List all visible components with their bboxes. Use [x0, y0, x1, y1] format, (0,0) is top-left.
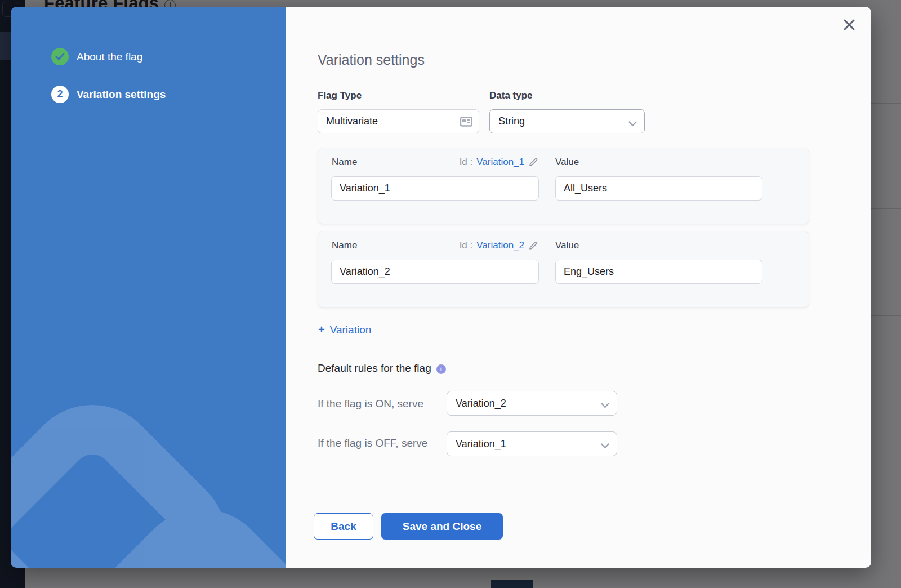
save-and-close-button[interactable]: Save and Close — [381, 513, 503, 540]
variation-name-field — [331, 260, 539, 284]
flag-on-select[interactable]: Variation_2 — [447, 391, 617, 416]
back-button[interactable]: Back — [314, 513, 373, 540]
check-icon — [51, 48, 69, 65]
edit-icon[interactable] — [528, 240, 538, 251]
flag-off-value: Variation_1 — [447, 438, 506, 450]
id-prefix: Id : — [460, 157, 473, 168]
info-icon[interactable]: i — [436, 364, 446, 374]
default-rules-text: Default rules for the flag — [318, 362, 431, 375]
step-variation-settings[interactable]: 2 Variation settings — [51, 86, 166, 103]
variation-settings-panel: Variation settings Flag Type Data type S… — [286, 7, 871, 568]
wizard-stepper-panel: About the flag 2 Variation settings — [11, 7, 286, 568]
chevron-down-icon — [601, 400, 609, 411]
step-number-badge: 2 — [51, 86, 69, 103]
flag-type-input[interactable] — [318, 115, 479, 127]
add-variation-button[interactable]: + Variation — [318, 323, 371, 336]
variation-card: Name Id : Variation_1 Value — [318, 148, 809, 224]
data-type-select[interactable]: String — [489, 109, 645, 133]
add-variation-label: Variation — [330, 324, 372, 336]
variation-name-input[interactable] — [332, 182, 538, 194]
variation-id: Id : Variation_1 — [460, 157, 538, 168]
flag-wizard-modal: About the flag 2 Variation settings Vari… — [11, 7, 871, 568]
name-label: Name — [332, 240, 357, 251]
name-label: Name — [332, 157, 357, 168]
variation-value-input[interactable] — [556, 182, 762, 194]
value-label: Value — [555, 157, 579, 168]
chevron-down-icon — [601, 441, 609, 451]
value-label: Value — [555, 240, 579, 251]
variation-value-field — [555, 260, 762, 284]
panel-heading: Variation settings — [318, 52, 425, 68]
flag-on-label: If the flag is ON, serve — [318, 396, 423, 411]
flag-type-label: Flag Type — [318, 90, 362, 101]
close-icon[interactable] — [842, 17, 857, 32]
chevron-down-icon — [628, 119, 637, 129]
variation-value-field — [555, 176, 762, 201]
default-rules-heading: Default rules for the flag i — [318, 362, 446, 375]
flag-off-select[interactable]: Variation_1 — [447, 431, 617, 456]
variation-id-link[interactable]: Variation_2 — [476, 240, 524, 251]
id-card-icon — [460, 117, 472, 129]
variation-id: Id : Variation_2 — [460, 240, 538, 251]
id-prefix: Id : — [460, 240, 473, 251]
variation-name-field — [331, 176, 539, 201]
data-type-label: Data type — [489, 90, 533, 101]
variation-name-input[interactable] — [332, 266, 538, 278]
variation-value-input[interactable] — [556, 266, 762, 278]
edit-icon[interactable] — [528, 157, 538, 167]
flag-type-field[interactable] — [318, 109, 479, 133]
step-label: About the flag — [77, 51, 142, 63]
data-type-value: String — [490, 115, 525, 127]
plus-icon: + — [318, 323, 325, 336]
flag-off-label: If the flag is OFF, serve — [318, 435, 450, 451]
step-about-the-flag[interactable]: About the flag — [51, 48, 142, 65]
variation-id-link[interactable]: Variation_1 — [476, 157, 524, 168]
flag-on-value: Variation_2 — [447, 398, 506, 409]
variation-card: Name Id : Variation_2 Value — [318, 231, 809, 308]
step-label: Variation settings — [77, 88, 166, 101]
